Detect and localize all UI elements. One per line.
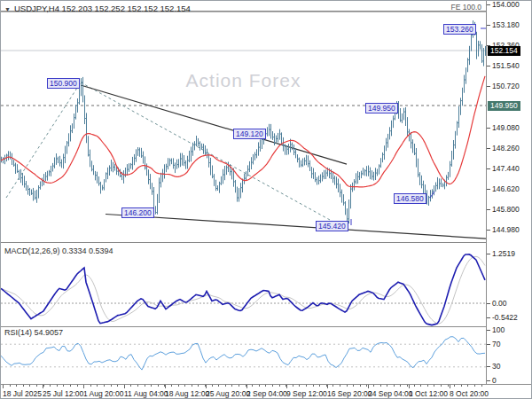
- price-axis[interactable]: 154.000153.180152.360151.540150.720149.0…: [486, 1, 532, 384]
- macd-label: MACD(12,26,9) 0.3334 0.5394: [4, 246, 113, 255]
- price-axis-tick-label: -0.5422: [492, 313, 518, 322]
- pane-separator[interactable]: [1, 326, 532, 327]
- price-axis-tick-label: 148.260: [492, 144, 520, 153]
- time-axis-minor-tick: [259, 385, 260, 387]
- time-axis-tick-label: 2 Sep 04:00: [246, 389, 287, 398]
- chart-window: ▼USDJPY,H4 152.203 152.252 152.152 152.1…: [0, 0, 532, 399]
- time-axis-minor-tick: [420, 385, 421, 387]
- time-axis-major-tick: [327, 385, 328, 388]
- time-axis-minor-tick: [239, 385, 239, 387]
- price-axis-tickmark: [487, 230, 490, 231]
- price-axis-tickmark: [487, 168, 490, 169]
- time-axis-minor-tick: [427, 385, 428, 387]
- time-axis-minor-tick: [29, 385, 30, 387]
- price-axis-tick-label: 30: [492, 362, 500, 371]
- time-axis-minor-tick: [407, 385, 408, 387]
- time-axis-minor-tick: [319, 385, 320, 387]
- time-axis-major-tick: [124, 385, 125, 388]
- time-axis-minor-tick: [104, 385, 105, 387]
- time-axis-tick-label: 11 Aug 04:00: [124, 389, 168, 398]
- time-axis-tick-label: 18 Aug 12:00: [165, 389, 209, 398]
- time-axis-minor-tick: [184, 385, 185, 387]
- time-axis-minor-tick: [23, 385, 24, 387]
- time-axis-minor-tick: [97, 385, 98, 387]
- time-axis-minor-tick: [467, 385, 468, 387]
- price-axis-tickmark: [487, 189, 490, 190]
- time-axis-minor-tick: [454, 385, 455, 387]
- dropdown-arrow-icon[interactable]: ▼: [4, 6, 11, 12]
- time-axis-minor-tick: [414, 385, 415, 387]
- price-axis-tickmark: [487, 344, 490, 345]
- pane-separator[interactable]: [1, 242, 532, 243]
- time-axis-minor-tick: [441, 385, 442, 387]
- price-axis-tick-label: 147.440: [492, 164, 520, 173]
- time-axis-minor-tick: [481, 385, 482, 387]
- time-axis-tick-label: 8 Oct 20:00: [450, 389, 489, 398]
- chart-title-text: USDJPY,H4 152.203 152.252 152.152 152.15…: [14, 4, 191, 13]
- time-axis-minor-tick: [394, 385, 395, 387]
- time-axis-minor-tick: [252, 385, 253, 387]
- fibonacci-expansion-label: FE 100.0: [451, 3, 482, 12]
- price-axis-tickmark: [487, 254, 490, 254]
- price-axis-tickmark: [487, 380, 490, 381]
- price-axis-tick-label: 149.080: [492, 123, 520, 132]
- time-axis-minor-tick: [340, 385, 340, 387]
- chart-title: ▼USDJPY,H4 152.203 152.252 152.152 152.1…: [4, 4, 191, 13]
- rsi-chart-canvas[interactable]: [1, 327, 486, 384]
- price-chart-canvas[interactable]: [1, 1, 486, 242]
- chart-path: [1, 256, 485, 324]
- time-axis-minor-tick: [313, 385, 314, 387]
- time-axis-tick-label: 1 Aug 20:00: [83, 389, 123, 398]
- time-axis-tick-label: 25 Aug 20:00: [206, 389, 250, 398]
- chart-path: [81, 85, 347, 164]
- time-axis-minor-tick: [306, 385, 307, 387]
- time-axis-minor-tick: [387, 385, 387, 387]
- price-axis-tick-label: 100: [492, 325, 505, 334]
- time-axis-minor-tick: [70, 385, 71, 387]
- price-axis-tickmark: [487, 317, 490, 318]
- time-axis-minor-tick: [198, 385, 199, 387]
- price-axis-tickmark: [487, 209, 490, 210]
- time-axis-minor-tick: [171, 385, 172, 387]
- price-axis-tickmark: [487, 25, 490, 26]
- time-axis-minor-tick: [474, 385, 475, 387]
- time-axis-minor-tick: [77, 385, 78, 387]
- time-axis-minor-tick: [178, 385, 179, 387]
- chart-path: [106, 215, 486, 239]
- time-axis-minor-tick: [117, 385, 118, 387]
- time-axis-tick-label: 16 Sep 20:00: [327, 389, 372, 398]
- current-price-badge: 152.154: [488, 46, 520, 56]
- time-axis-minor-tick: [192, 385, 192, 387]
- macd-chart-canvas[interactable]: [1, 243, 486, 326]
- time-axis-major-tick: [246, 385, 247, 388]
- time-axis-minor-tick: [225, 385, 226, 387]
- chart-path: [1, 337, 485, 370]
- time-axis-minor-tick: [272, 385, 273, 387]
- time-axis-minor-tick: [380, 385, 381, 387]
- time-axis-minor-tick: [231, 385, 232, 387]
- time-axis-major-tick: [409, 385, 410, 388]
- time-axis-minor-tick: [10, 385, 11, 387]
- rsi-label: RSI(14) 54.9057: [4, 328, 63, 337]
- price-axis-tickmark: [487, 148, 490, 149]
- time-axis-minor-tick: [130, 385, 131, 387]
- time-axis-tick-label: 25 Jul 12:00: [43, 389, 83, 398]
- time-axis-minor-tick: [50, 385, 51, 387]
- price-axis-tick-label: 1.2519: [492, 249, 515, 258]
- time-axis-minor-tick: [212, 385, 213, 387]
- time-axis-major-tick: [165, 385, 166, 388]
- time-axis-minor-tick: [400, 385, 401, 387]
- time-axis[interactable]: 18 Jul 202525 Jul 12:001 Aug 20:0011 Aug…: [1, 384, 532, 399]
- time-axis-major-tick: [83, 385, 84, 388]
- time-axis-tick-label: 1 Oct 12:00: [409, 389, 448, 398]
- time-axis-minor-tick: [111, 385, 112, 387]
- time-axis-minor-tick: [293, 385, 293, 387]
- time-axis-tick-label: 18 Jul 2025: [3, 389, 42, 398]
- time-axis-tick-label: 9 Sep 12:00: [286, 389, 327, 398]
- time-axis-major-tick: [286, 385, 287, 388]
- price-axis-tick-label: 151.540: [492, 61, 520, 70]
- price-axis-tickmark: [487, 128, 490, 129]
- time-axis-minor-tick: [347, 385, 348, 387]
- price-axis-tickmark: [487, 4, 490, 5]
- price-axis-tickmark: [487, 66, 490, 66]
